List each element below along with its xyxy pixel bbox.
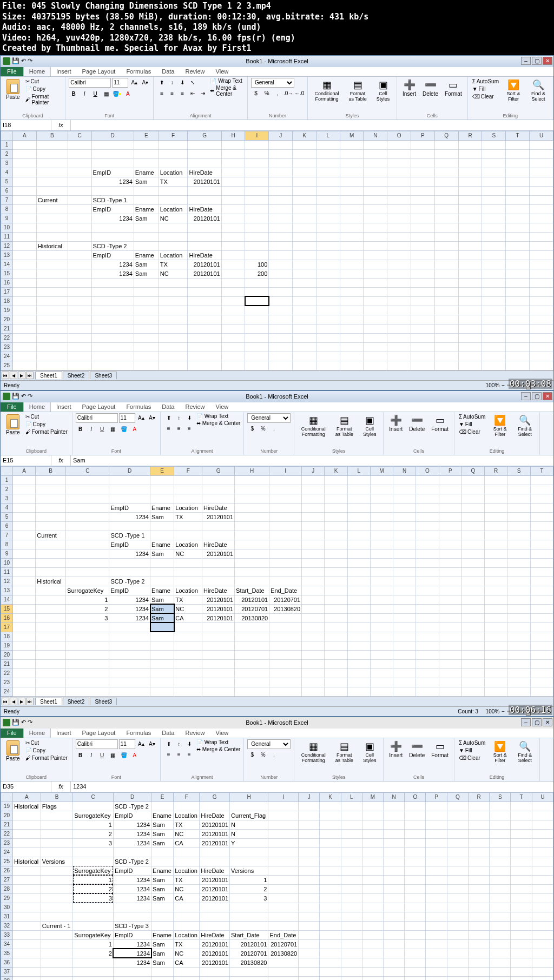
cell-I22[interactable] — [269, 668, 302, 678]
cell-I17[interactable] — [269, 623, 302, 632]
cell-N21[interactable] — [393, 659, 416, 668]
wrap-text-button[interactable]: 📄 Wrap Text — [196, 739, 241, 745]
cell-H16[interactable] — [221, 278, 245, 287]
row-header-12[interactable]: 12 — [1, 241, 13, 250]
cell-A20[interactable] — [13, 650, 36, 659]
cell-C24[interactable] — [66, 687, 109, 696]
row-header-14[interactable]: 14 — [1, 595, 13, 604]
cell-B14[interactable] — [36, 595, 66, 604]
grow-font-icon[interactable]: A▴ — [136, 739, 146, 749]
cell-L1[interactable] — [316, 140, 340, 149]
cell-A11[interactable] — [13, 567, 36, 577]
cell-I36[interactable] — [268, 958, 299, 967]
cell-D24[interactable] — [91, 352, 134, 361]
cell-C16[interactable]: 3 — [66, 613, 109, 623]
cell-R3[interactable] — [485, 494, 507, 503]
cell-A18[interactable] — [13, 632, 36, 641]
dec-decimal-icon[interactable]: ←.0 — [294, 89, 304, 98]
find-select-button[interactable]: 🔍Find & Select — [513, 413, 536, 438]
cell-D3[interactable] — [109, 494, 150, 503]
cell-Q18[interactable] — [434, 296, 458, 306]
cell-C9[interactable] — [66, 549, 109, 558]
cell-R9[interactable] — [458, 214, 482, 223]
cell-J16[interactable] — [269, 278, 293, 287]
cell-R32[interactable] — [468, 921, 489, 930]
cell-G15[interactable]: 20120101 — [202, 604, 235, 613]
cell-L23[interactable] — [347, 678, 370, 687]
format-button[interactable]: ▭Format — [443, 78, 464, 98]
cell-U7[interactable] — [530, 195, 553, 204]
cell-E23[interactable]: Sam — [151, 838, 174, 847]
cell-P1[interactable] — [439, 475, 461, 485]
cell-P19[interactable] — [426, 802, 447, 811]
cell-F25[interactable] — [159, 361, 188, 370]
cell-F15[interactable]: NC — [174, 604, 202, 613]
cell-E20[interactable]: Ename — [151, 811, 174, 820]
cell-G3[interactable] — [202, 494, 235, 503]
cell-I6[interactable] — [245, 186, 269, 195]
cell-N22[interactable] — [384, 829, 405, 838]
cell-P3[interactable] — [411, 158, 435, 168]
cell-E19[interactable] — [150, 641, 174, 650]
cell-F11[interactable] — [174, 567, 202, 577]
cell-T8[interactable] — [506, 204, 530, 214]
col-header-G[interactable]: G — [200, 792, 230, 802]
cell-R17[interactable] — [458, 287, 482, 296]
cell-K19[interactable] — [293, 306, 316, 315]
cell-H37[interactable] — [230, 967, 268, 976]
cell-L25[interactable] — [316, 361, 340, 370]
cell-I24[interactable] — [269, 687, 302, 696]
cell-A9[interactable] — [13, 549, 36, 558]
cell-O8[interactable] — [416, 540, 439, 549]
cell-I21[interactable] — [245, 324, 269, 333]
cell-D31[interactable] — [113, 912, 151, 921]
underline-button[interactable]: U — [97, 425, 107, 434]
cell-C26[interactable]: SurrogateKey — [73, 866, 114, 875]
cell-R24[interactable] — [485, 687, 507, 696]
cell-U19[interactable] — [532, 802, 553, 811]
cell-E22[interactable] — [150, 668, 174, 678]
minimize-button[interactable]: – — [521, 57, 531, 65]
cell-H31[interactable] — [230, 912, 268, 921]
cell-Q24[interactable] — [434, 352, 458, 361]
cell-E19[interactable] — [151, 802, 174, 811]
cell-K2[interactable] — [293, 149, 316, 158]
cell-H20[interactable]: Current_Flag — [230, 811, 268, 820]
cell-F38[interactable] — [174, 976, 200, 980]
cell-R18[interactable] — [458, 296, 482, 306]
cell-N13[interactable] — [364, 250, 387, 260]
cell-N32[interactable] — [384, 921, 405, 930]
cell-G5[interactable]: 20120101 — [202, 512, 235, 521]
cell-Q10[interactable] — [434, 223, 458, 232]
cell-D30[interactable] — [113, 903, 151, 912]
cell-Q13[interactable] — [434, 250, 458, 260]
format-painter-button[interactable]: 🖌 Format Painter — [24, 93, 62, 106]
cell-O9[interactable] — [387, 214, 411, 223]
cell-M33[interactable] — [362, 930, 383, 939]
cell-R31[interactable] — [468, 912, 489, 921]
cell-F7[interactable] — [174, 531, 202, 540]
cell-B7[interactable]: Current — [36, 195, 68, 204]
cell-F11[interactable] — [159, 232, 188, 241]
zoom-out-icon[interactable]: − — [502, 708, 505, 714]
cell-N3[interactable] — [364, 158, 387, 168]
cell-U4[interactable] — [530, 168, 553, 177]
cell-D25[interactable]: SCD -Type 2 — [113, 857, 151, 866]
cell-Q26[interactable] — [447, 866, 468, 875]
cell-B12[interactable]: Historical — [36, 577, 66, 586]
cell-N12[interactable] — [364, 241, 387, 250]
cut-button[interactable]: ✂ Cut — [24, 739, 69, 746]
cell-I38[interactable] — [268, 976, 299, 980]
cell-F10[interactable] — [174, 558, 202, 567]
cell-D22[interactable] — [91, 333, 134, 342]
cell-N29[interactable] — [384, 893, 405, 903]
cell-I1[interactable] — [269, 475, 302, 485]
cell-T28[interactable] — [511, 884, 532, 893]
cell-L21[interactable] — [347, 659, 370, 668]
sheet-tab-3[interactable]: Sheet3 — [90, 698, 117, 705]
cell-N21[interactable] — [364, 324, 387, 333]
cell-U13[interactable] — [530, 250, 553, 260]
number-format-select[interactable]: General — [247, 739, 291, 749]
cell-styles-button[interactable]: ▣Cell Styles — [373, 78, 393, 103]
cell-M22[interactable] — [340, 333, 364, 342]
